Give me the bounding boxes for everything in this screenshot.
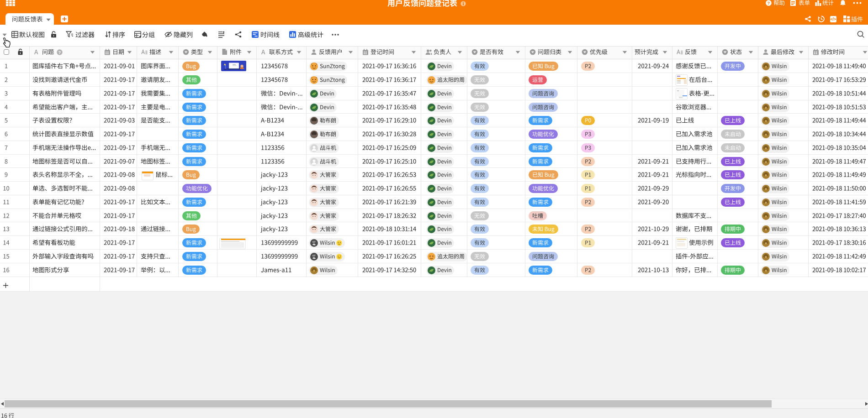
svg-text:?: ? [58, 50, 61, 55]
svg-text:?: ? [767, 1, 770, 5]
svg-text:</>: </> [831, 17, 836, 21]
